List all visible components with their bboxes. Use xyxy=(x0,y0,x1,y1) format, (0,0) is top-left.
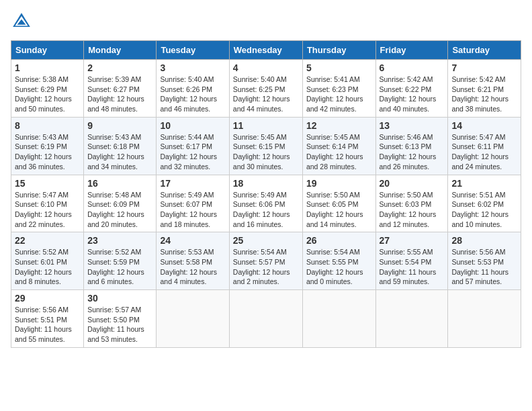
day-number: 13 xyxy=(380,120,445,131)
day-detail: Sunrise: 5:55 AMSunset: 5:54 PMDaylight:… xyxy=(380,248,437,285)
day-detail: Sunrise: 5:47 AMSunset: 6:11 PMDaylight:… xyxy=(451,133,508,171)
calendar-day-cell xyxy=(375,290,448,348)
day-number: 26 xyxy=(306,235,372,246)
day-number: 21 xyxy=(451,178,517,189)
day-detail: Sunrise: 5:50 AMSunset: 6:05 PMDaylight:… xyxy=(306,191,363,228)
calendar-week-row: 29 Sunrise: 5:56 AMSunset: 5:51 PMDaylig… xyxy=(11,290,521,348)
calendar-week-row: 22 Sunrise: 5:52 AMSunset: 6:01 PMDaylig… xyxy=(11,232,521,290)
day-number: 23 xyxy=(87,235,152,246)
day-number: 29 xyxy=(15,293,80,304)
calendar-day-cell: 25 Sunrise: 5:54 AMSunset: 5:57 PMDaylig… xyxy=(229,232,302,290)
day-detail: Sunrise: 5:40 AMSunset: 6:25 PMDaylight:… xyxy=(233,75,290,113)
day-number: 25 xyxy=(233,235,299,246)
day-detail: Sunrise: 5:57 AMSunset: 5:50 PMDaylight:… xyxy=(87,306,144,343)
day-detail: Sunrise: 5:54 AMSunset: 5:55 PMDaylight:… xyxy=(306,248,363,285)
day-number: 5 xyxy=(306,62,372,73)
day-number: 17 xyxy=(160,178,225,189)
day-number: 30 xyxy=(87,293,152,304)
calendar-table: SundayMondayTuesdayWednesdayThursdayFrid… xyxy=(11,40,521,348)
calendar-day-cell: 16 Sunrise: 5:48 AMSunset: 6:09 PMDaylig… xyxy=(84,175,157,232)
calendar-day-cell: 7 Sunrise: 5:42 AMSunset: 6:21 PMDayligh… xyxy=(448,60,521,118)
day-number: 15 xyxy=(15,178,80,189)
day-detail: Sunrise: 5:44 AMSunset: 6:17 PMDaylight:… xyxy=(160,133,217,171)
calendar-day-cell: 12 Sunrise: 5:45 AMSunset: 6:14 PMDaylig… xyxy=(302,117,375,175)
day-detail: Sunrise: 5:46 AMSunset: 6:13 PMDaylight:… xyxy=(380,133,437,171)
day-detail: Sunrise: 5:52 AMSunset: 6:01 PMDaylight:… xyxy=(15,248,72,285)
calendar-body: 1 Sunrise: 5:38 AMSunset: 6:29 PMDayligh… xyxy=(11,60,521,348)
day-number: 3 xyxy=(160,62,225,73)
day-detail: Sunrise: 5:43 AMSunset: 6:19 PMDaylight:… xyxy=(15,133,72,171)
calendar-day-cell: 5 Sunrise: 5:41 AMSunset: 6:23 PMDayligh… xyxy=(302,60,375,118)
day-detail: Sunrise: 5:52 AMSunset: 5:59 PMDaylight:… xyxy=(87,248,144,285)
day-of-week-header: Saturday xyxy=(448,41,521,60)
day-number: 10 xyxy=(160,120,225,131)
day-detail: Sunrise: 5:45 AMSunset: 6:15 PMDaylight:… xyxy=(233,133,290,171)
day-number: 2 xyxy=(87,62,152,73)
day-detail: Sunrise: 5:54 AMSunset: 5:57 PMDaylight:… xyxy=(233,248,290,285)
page-header xyxy=(11,11,521,32)
day-detail: Sunrise: 5:49 AMSunset: 6:07 PMDaylight:… xyxy=(160,191,217,228)
day-number: 12 xyxy=(306,120,372,131)
day-number: 11 xyxy=(233,120,299,131)
day-number: 24 xyxy=(160,235,225,246)
day-number: 9 xyxy=(87,120,152,131)
day-detail: Sunrise: 5:40 AMSunset: 6:26 PMDaylight:… xyxy=(160,75,217,113)
calendar-day-cell: 28 Sunrise: 5:56 AMSunset: 5:53 PMDaylig… xyxy=(448,232,521,290)
calendar-day-cell: 1 Sunrise: 5:38 AMSunset: 6:29 PMDayligh… xyxy=(11,60,84,118)
day-of-week-header: Sunday xyxy=(11,41,84,60)
day-of-week-header: Friday xyxy=(375,41,448,60)
day-detail: Sunrise: 5:42 AMSunset: 6:21 PMDaylight:… xyxy=(451,75,508,113)
day-detail: Sunrise: 5:51 AMSunset: 6:02 PMDaylight:… xyxy=(451,191,508,228)
calendar-day-cell: 30 Sunrise: 5:57 AMSunset: 5:50 PMDaylig… xyxy=(84,290,157,348)
calendar-day-cell: 29 Sunrise: 5:56 AMSunset: 5:51 PMDaylig… xyxy=(11,290,84,348)
day-detail: Sunrise: 5:39 AMSunset: 6:27 PMDaylight:… xyxy=(87,75,144,113)
calendar-day-cell: 15 Sunrise: 5:47 AMSunset: 6:10 PMDaylig… xyxy=(11,175,84,232)
calendar-week-row: 15 Sunrise: 5:47 AMSunset: 6:10 PMDaylig… xyxy=(11,175,521,232)
day-number: 18 xyxy=(233,178,299,189)
day-detail: Sunrise: 5:42 AMSunset: 6:22 PMDaylight:… xyxy=(380,75,437,113)
day-number: 27 xyxy=(380,235,445,246)
calendar-day-cell xyxy=(157,290,229,348)
day-detail: Sunrise: 5:56 AMSunset: 5:51 PMDaylight:… xyxy=(15,306,72,343)
calendar-day-cell: 2 Sunrise: 5:39 AMSunset: 6:27 PMDayligh… xyxy=(84,60,157,118)
calendar-day-cell: 4 Sunrise: 5:40 AMSunset: 6:25 PMDayligh… xyxy=(229,60,302,118)
calendar-day-cell: 10 Sunrise: 5:44 AMSunset: 6:17 PMDaylig… xyxy=(157,117,229,175)
day-number: 14 xyxy=(451,120,517,131)
calendar-day-cell: 19 Sunrise: 5:50 AMSunset: 6:05 PMDaylig… xyxy=(302,175,375,232)
day-number: 28 xyxy=(451,235,517,246)
calendar-day-cell: 8 Sunrise: 5:43 AMSunset: 6:19 PMDayligh… xyxy=(11,117,84,175)
calendar-day-cell: 23 Sunrise: 5:52 AMSunset: 5:59 PMDaylig… xyxy=(84,232,157,290)
calendar-day-cell xyxy=(229,290,302,348)
calendar-day-cell: 9 Sunrise: 5:43 AMSunset: 6:18 PMDayligh… xyxy=(84,117,157,175)
day-detail: Sunrise: 5:49 AMSunset: 6:06 PMDaylight:… xyxy=(233,191,290,228)
day-detail: Sunrise: 5:47 AMSunset: 6:10 PMDaylight:… xyxy=(15,191,72,228)
calendar-day-cell: 17 Sunrise: 5:49 AMSunset: 6:07 PMDaylig… xyxy=(157,175,229,232)
day-detail: Sunrise: 5:43 AMSunset: 6:18 PMDaylight:… xyxy=(87,133,144,171)
day-detail: Sunrise: 5:45 AMSunset: 6:14 PMDaylight:… xyxy=(306,133,363,171)
day-number: 4 xyxy=(233,62,299,73)
day-number: 22 xyxy=(15,235,80,246)
day-detail: Sunrise: 5:56 AMSunset: 5:53 PMDaylight:… xyxy=(451,248,508,285)
day-detail: Sunrise: 5:53 AMSunset: 5:58 PMDaylight:… xyxy=(160,248,217,285)
calendar-day-cell: 22 Sunrise: 5:52 AMSunset: 6:01 PMDaylig… xyxy=(11,232,84,290)
logo-icon xyxy=(11,11,32,32)
day-detail: Sunrise: 5:38 AMSunset: 6:29 PMDaylight:… xyxy=(15,75,72,113)
day-number: 8 xyxy=(15,120,80,131)
day-of-week-header: Tuesday xyxy=(157,41,229,60)
calendar-day-cell: 11 Sunrise: 5:45 AMSunset: 6:15 PMDaylig… xyxy=(229,117,302,175)
calendar-day-cell xyxy=(302,290,375,348)
calendar-day-cell: 27 Sunrise: 5:55 AMSunset: 5:54 PMDaylig… xyxy=(375,232,448,290)
logo xyxy=(11,11,35,32)
calendar-week-row: 8 Sunrise: 5:43 AMSunset: 6:19 PMDayligh… xyxy=(11,117,521,175)
calendar-day-cell: 26 Sunrise: 5:54 AMSunset: 5:55 PMDaylig… xyxy=(302,232,375,290)
calendar-day-cell: 13 Sunrise: 5:46 AMSunset: 6:13 PMDaylig… xyxy=(375,117,448,175)
day-of-week-header: Wednesday xyxy=(229,41,302,60)
day-number: 6 xyxy=(380,62,445,73)
calendar-day-cell xyxy=(448,290,521,348)
calendar-day-cell: 3 Sunrise: 5:40 AMSunset: 6:26 PMDayligh… xyxy=(157,60,229,118)
calendar-day-cell: 14 Sunrise: 5:47 AMSunset: 6:11 PMDaylig… xyxy=(448,117,521,175)
day-number: 7 xyxy=(451,62,517,73)
calendar-day-cell: 18 Sunrise: 5:49 AMSunset: 6:06 PMDaylig… xyxy=(229,175,302,232)
day-number: 1 xyxy=(15,62,80,73)
calendar-day-cell: 20 Sunrise: 5:50 AMSunset: 6:03 PMDaylig… xyxy=(375,175,448,232)
